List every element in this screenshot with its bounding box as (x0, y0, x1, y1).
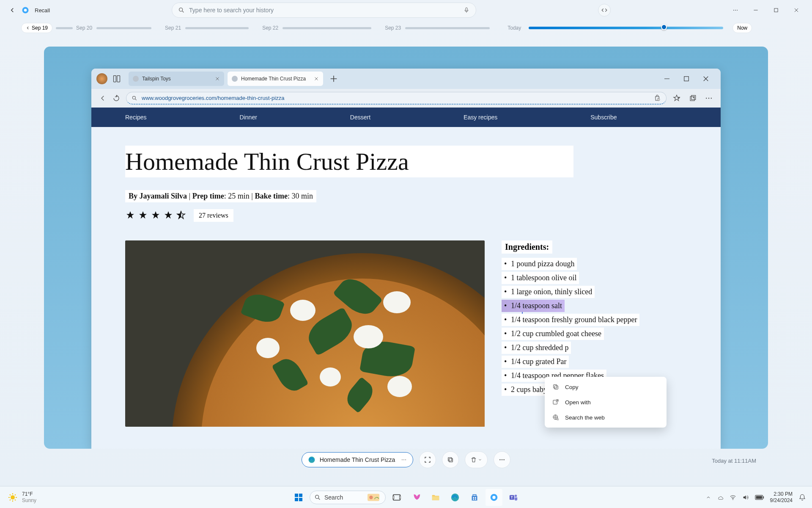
ingredient-item[interactable]: 1/2 cup crumbled goat cheese (502, 328, 604, 340)
chevron-up-icon[interactable] (706, 495, 711, 500)
maximize-icon[interactable] (773, 7, 779, 13)
mic-icon[interactable] (463, 7, 470, 14)
store-button[interactable] (466, 489, 483, 506)
svg-point-33 (504, 459, 505, 460)
recipe-meta: By Jayamali Silva | Prep time: 25 min | … (125, 190, 316, 202)
more-button[interactable] (494, 451, 510, 468)
weather-widget[interactable]: 71°F Sunny (0, 491, 36, 503)
nav-link[interactable]: Dessert (350, 114, 370, 121)
new-tab-icon[interactable] (329, 74, 338, 83)
svg-rect-36 (299, 494, 302, 497)
review-count[interactable]: 27 reviews (194, 209, 233, 222)
clock[interactable]: 2:30 PM 9/24/2024 (770, 491, 793, 503)
code-button[interactable] (598, 4, 611, 17)
star-half-icon (176, 210, 186, 221)
snapshot-app-pill[interactable]: Homemade Thin Crust Pizza (302, 452, 414, 467)
timeline-bar[interactable] (185, 27, 249, 29)
workspaces-icon[interactable] (112, 75, 121, 83)
svg-point-6 (737, 10, 738, 11)
teams-button[interactable]: T (505, 489, 522, 506)
svg-rect-44 (399, 496, 401, 499)
timeline-bar[interactable] (283, 27, 371, 29)
timeline-day-label: Sep 21 (165, 25, 181, 31)
browser-menu-icon[interactable] (705, 94, 713, 102)
time-text: 2:30 PM (770, 491, 793, 497)
ingredient-item[interactable]: 1/2 cup shredded p (502, 342, 571, 354)
favorite-icon[interactable] (672, 94, 681, 102)
star-rating[interactable] (125, 210, 186, 221)
svg-rect-43 (393, 496, 394, 499)
start-button[interactable] (290, 489, 307, 506)
shopping-icon[interactable]: 0 (653, 94, 661, 102)
back-icon[interactable] (8, 6, 16, 14)
ingredient-item-selected[interactable]: 1/4 teaspoon salt (502, 300, 565, 312)
task-view-button[interactable] (388, 489, 405, 506)
copilot-button[interactable] (408, 489, 425, 506)
svg-point-41 (369, 495, 373, 499)
timeline-now-button[interactable]: Now (732, 23, 752, 33)
delete-button[interactable] (465, 451, 488, 468)
notifications-icon[interactable] (798, 494, 806, 501)
ingredient-item[interactable]: 1 pound pizza dough (502, 258, 577, 270)
nav-link[interactable]: Easy recipes (464, 114, 497, 121)
ctx-label: Search the web (565, 414, 605, 421)
battery-icon[interactable] (755, 494, 764, 500)
minimize-icon[interactable] (753, 7, 759, 13)
browser-close-icon[interactable] (702, 75, 710, 83)
volume-icon[interactable] (742, 494, 749, 501)
svg-point-17 (708, 98, 710, 99)
ingredient-item[interactable]: 1 tablespoon olive oil (502, 272, 579, 284)
nav-link[interactable]: Dinner (240, 114, 257, 121)
timeline-day-label: Sep 20 (76, 25, 92, 31)
timeline-today-label: Today (508, 25, 521, 31)
ingredient-item[interactable]: 1 large onion, thinly sliced (502, 286, 595, 298)
ctx-search-web[interactable]: Search the web (547, 410, 664, 425)
weather-cond: Sunny (22, 497, 36, 503)
timeline-today-slider[interactable] (529, 27, 723, 29)
browser-maximize-icon[interactable] (683, 75, 690, 83)
timeline-back-pill[interactable]: Sep 19 (21, 23, 52, 33)
profile-avatar[interactable] (96, 73, 107, 84)
snapshot-timestamp: Today at 11:11AM (712, 458, 756, 464)
more-icon[interactable] (401, 457, 407, 463)
recall-taskbar-button[interactable] (486, 489, 502, 506)
taskbar-search[interactable]: Search (310, 491, 386, 504)
ingredient-item[interactable]: 1/4 cup grated Par (502, 356, 569, 368)
svg-rect-9 (117, 76, 120, 82)
snip-button[interactable] (419, 451, 436, 468)
address-bar[interactable]: www.woodgrovegroceries.com/homemade-thin… (126, 92, 667, 105)
browser-minimize-icon[interactable] (663, 75, 671, 83)
history-search[interactable] (172, 3, 476, 18)
tab-close-icon[interactable] (215, 76, 220, 81)
more-icon[interactable] (732, 7, 738, 13)
wifi-icon[interactable] (730, 494, 736, 501)
date-text: 9/24/2024 (770, 497, 793, 503)
tab-close-icon[interactable] (314, 76, 319, 81)
close-icon[interactable] (793, 7, 799, 13)
browser-tab-active[interactable]: Homemade Thin Crust Pizza (228, 72, 323, 86)
timeline-bar[interactable] (56, 27, 73, 29)
timeline-thumb[interactable] (661, 24, 667, 30)
copy-button[interactable] (442, 451, 459, 468)
browser-tab[interactable]: Tailspin Toys (129, 72, 224, 86)
task-view-icon (392, 493, 401, 502)
browser-refresh-icon[interactable] (112, 94, 120, 102)
ingredient-item[interactable]: 1/4 teaspoon freshly ground black pepper (502, 314, 639, 326)
nav-link[interactable]: Subscribe (590, 114, 617, 121)
timeline[interactable]: Sep 19 Sep 20 Sep 21 Sep 22 Sep 23 Today… (0, 20, 812, 38)
onedrive-icon[interactable] (717, 494, 724, 501)
explorer-button[interactable] (427, 489, 444, 506)
ctx-copy[interactable]: Copy (547, 379, 664, 395)
history-search-input[interactable] (189, 7, 459, 14)
timeline-day-label: Sep 22 (262, 25, 278, 31)
svg-rect-20 (554, 386, 558, 389)
browser-back-icon[interactable] (99, 94, 107, 102)
svg-point-26 (402, 459, 403, 460)
edge-button[interactable] (447, 489, 464, 506)
nav-link[interactable]: Recipes (125, 114, 147, 121)
ctx-open-with[interactable]: Open with (547, 395, 664, 410)
windows-icon (294, 492, 304, 502)
collections-icon[interactable] (689, 94, 697, 102)
timeline-bar[interactable] (96, 27, 151, 29)
timeline-bar[interactable] (405, 27, 490, 29)
